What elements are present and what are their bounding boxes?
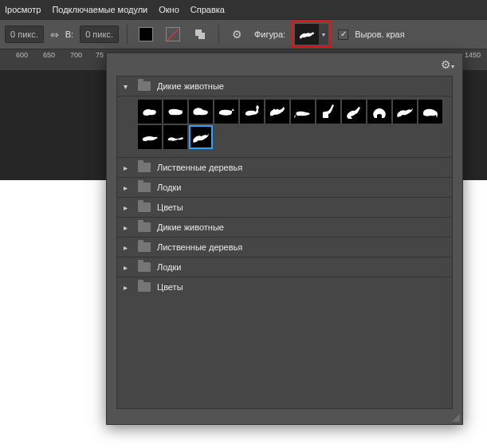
ruler-tick: 600 — [16, 51, 28, 59]
shape-cheetah[interactable] — [138, 125, 162, 149]
shape-camel[interactable] — [265, 100, 289, 124]
folder-leafy-trees-2[interactable]: ▸ Лиственные деревья — [117, 238, 452, 257]
chevron-right-icon: ▸ — [124, 263, 132, 272]
gear-button[interactable]: ⚙ — [227, 24, 248, 45]
shape-elephant[interactable] — [418, 100, 442, 124]
folder-label: Цветы — [157, 282, 183, 292]
shape-picker-highlight: ▾ — [292, 21, 332, 48]
folder-icon — [138, 242, 151, 252]
w-input[interactable]: 0 пикс. — [80, 26, 119, 43]
ruler-tick: 1450 — [465, 51, 481, 59]
chevron-right-icon: ▸ — [124, 183, 132, 192]
folder-leafy-trees[interactable]: ▸ Лиственные деревья — [117, 158, 452, 178]
path-ops-button[interactable] — [190, 24, 210, 45]
leaping-deer-icon — [298, 26, 316, 43]
menu-item-plugins[interactable]: Подключаемые модули — [52, 5, 147, 14]
folder-icon — [138, 202, 151, 212]
chevron-right-icon: ▸ — [124, 223, 132, 232]
shape-label: Фигура: — [254, 29, 285, 39]
folder-label: Дикие животные — [157, 81, 224, 91]
chevron-down-icon[interactable]: ▾ — [319, 24, 328, 45]
chevron-right-icon: ▸ — [124, 203, 132, 212]
panel-header: ⚙▾ — [107, 53, 462, 76]
stroke-button[interactable] — [163, 24, 183, 45]
menu-item-view[interactable]: Iросмотр — [5, 5, 41, 14]
folder-flowers[interactable]: ▸ Цветы — [117, 198, 452, 218]
ruler-tick: 75 — [96, 51, 104, 59]
folder-flowers-2[interactable]: ▸ Цветы — [117, 277, 452, 297]
shape-deer-selected[interactable] — [189, 125, 213, 149]
shape-tree[interactable]: ▾ Дикие животные ▸ Лиственные деревья — [116, 76, 453, 409]
fill-button[interactable] — [135, 24, 156, 45]
folder-icon — [138, 163, 151, 172]
panel-gear-icon[interactable]: ⚙▾ — [441, 58, 454, 71]
shape-pig[interactable] — [163, 100, 187, 124]
folder-label: Цветы — [157, 202, 183, 212]
shape-rhino[interactable] — [214, 100, 238, 124]
menu-item-window[interactable]: Окно — [159, 5, 179, 14]
width-label: В: — [65, 29, 73, 39]
folder-label: Дикие животные — [157, 222, 224, 232]
resize-grip-icon[interactable] — [452, 414, 460, 422]
chevron-right-icon: ▸ — [124, 283, 132, 292]
shape-gorilla[interactable] — [367, 100, 391, 124]
link-icon[interactable]: ⇔ — [50, 29, 59, 41]
folder-wild-animals[interactable]: ▾ Дикие животные — [117, 77, 452, 96]
shape-moose[interactable] — [240, 100, 264, 124]
options-toolbar: 0 пикс. ⇔ В: 0 пикс. ⚙ Фигура: ▾ ✓ Выров… — [0, 19, 487, 49]
divider — [218, 25, 219, 44]
shape-thumb-grid — [117, 96, 452, 158]
fill-swatch-icon — [139, 27, 153, 41]
folder-icon — [138, 183, 151, 192]
folder-icon — [138, 81, 151, 91]
folder-label: Лиственные деревья — [157, 163, 242, 172]
ruler-tick: 650 — [43, 51, 55, 59]
shape-leaping-deer[interactable] — [393, 100, 417, 124]
divider — [127, 25, 128, 44]
shape-bear[interactable] — [138, 100, 162, 124]
chevron-right-icon: ▸ — [124, 163, 132, 172]
chevron-down-icon: ▾ — [124, 82, 132, 91]
shape-kangaroo[interactable] — [342, 100, 366, 124]
align-edges-checkbox[interactable]: ✓ — [338, 29, 348, 40]
align-edges-label: Выров. края — [355, 29, 404, 39]
folder-wild-animals-2[interactable]: ▸ Дикие животные — [117, 218, 452, 238]
folder-label: Лиственные деревья — [157, 242, 242, 252]
folder-label: Лодки — [157, 183, 181, 192]
folder-icon — [138, 262, 151, 272]
x-input[interactable]: 0 пикс. — [5, 26, 44, 43]
folder-label: Лодки — [157, 262, 181, 272]
menubar: Iросмотр Подключаемые модули Окно Справк… — [0, 0, 487, 19]
stack-icon — [194, 28, 206, 41]
ruler-tick: 700 — [70, 51, 82, 59]
shape-lizard[interactable] — [163, 125, 187, 149]
shape-picker-panel: ⚙▾ ▾ Дикие животные ▸ — [106, 53, 463, 425]
shape-picker-thumb[interactable] — [295, 24, 319, 45]
chevron-right-icon: ▸ — [124, 243, 132, 252]
shape-rat[interactable] — [291, 100, 315, 124]
folder-icon — [138, 222, 151, 232]
gear-icon: ⚙ — [232, 28, 242, 41]
shape-giraffe[interactable] — [316, 100, 340, 124]
folder-boats-2[interactable]: ▸ Лодки — [117, 257, 452, 277]
stroke-swatch-icon — [166, 27, 180, 41]
folder-boats[interactable]: ▸ Лодки — [117, 178, 452, 198]
shape-bison[interactable] — [189, 100, 213, 124]
folder-icon — [138, 282, 151, 292]
menu-item-help[interactable]: Справка — [190, 5, 225, 14]
